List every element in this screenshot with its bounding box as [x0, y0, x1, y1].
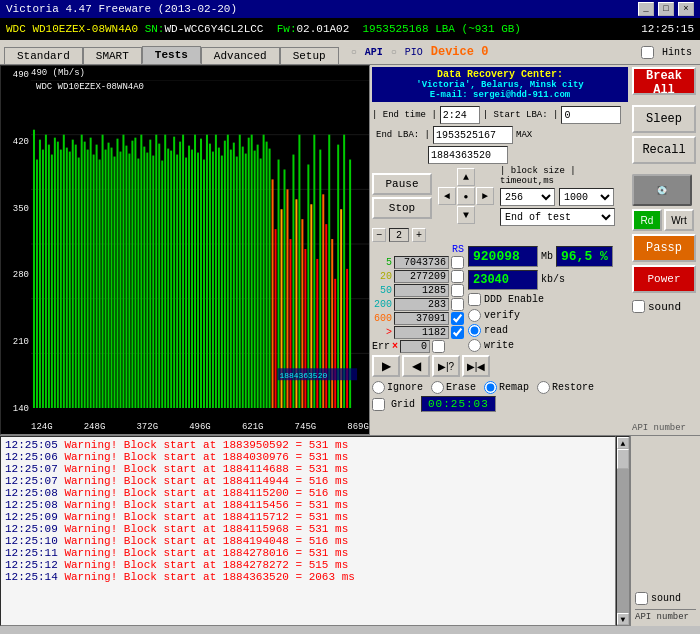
tab-smart[interactable]: SMART [83, 47, 142, 64]
log-line: 12:25:12 Warning! Block start at 1884278… [5, 559, 611, 571]
recall-button[interactable]: Recall [632, 136, 696, 164]
title-bar: Victoria 4.47 Freeware (2013-02-20) _ □ … [0, 0, 700, 18]
counter-minus-button[interactable]: − [372, 228, 386, 242]
grid-checkbox[interactable] [372, 398, 385, 411]
arrow-left[interactable]: ◄ [438, 187, 456, 205]
pause-button[interactable]: Pause [372, 173, 432, 195]
y-axis: 490 420 350 280 210 140 [1, 70, 31, 414]
tab-tests[interactable]: Tests [142, 46, 201, 64]
start-lba-input[interactable] [561, 106, 621, 124]
scroll-up-arrow[interactable]: ▲ [617, 437, 629, 449]
ddd-checkbox[interactable] [468, 293, 481, 306]
sound-checkbox[interactable] [632, 300, 645, 313]
max-label: MAX [516, 130, 532, 140]
svg-rect-60 [194, 135, 196, 408]
erase-label[interactable]: Erase [431, 381, 476, 394]
svg-rect-71 [227, 135, 229, 408]
y-label-350: 350 [1, 204, 31, 214]
timeout-select[interactable]: 1000 500 [559, 188, 614, 206]
arrow-right[interactable]: ► [476, 187, 494, 205]
drc-line2: E-mail: sergei@hdd-911.com [376, 90, 624, 100]
passp-button[interactable]: Passp [632, 234, 696, 262]
log-area[interactable]: 12:25:05 Warning! Block start at 1883950… [0, 436, 616, 626]
counter-plus-button[interactable]: + [412, 228, 426, 242]
pct-value: 96,5 % [556, 246, 613, 267]
block-size-select[interactable]: 256 512 [500, 188, 555, 206]
end-time-input[interactable] [440, 106, 480, 124]
scroll-down-arrow[interactable]: ▼ [617, 613, 629, 625]
end-lba-input[interactable] [433, 126, 513, 144]
remap-label[interactable]: Remap [484, 381, 529, 394]
tab-advanced[interactable]: Advanced [201, 47, 280, 64]
svg-rect-14 [57, 142, 59, 408]
stop-button[interactable]: Stop [372, 197, 432, 219]
api-label[interactable]: API [365, 47, 383, 58]
power-button[interactable]: Power [632, 265, 696, 293]
arrow-center[interactable]: ● [457, 187, 475, 205]
read-radio-label[interactable]: read [468, 324, 613, 337]
x-label-745g: 745G [295, 422, 317, 432]
svg-rect-15 [60, 150, 62, 408]
svg-rect-86 [272, 179, 274, 408]
svg-rect-84 [266, 142, 268, 408]
sound-label: sound [648, 301, 681, 313]
fw-label: Fw: [277, 23, 297, 35]
rs-count-600: 600 [372, 313, 392, 324]
rs-row-600: 600 37091 [372, 312, 464, 325]
rs-row-20: 20 277209 [372, 270, 464, 283]
read-radio[interactable] [468, 324, 481, 337]
scroll-thumb[interactable] [617, 449, 629, 469]
play-button[interactable]: ▶ [372, 355, 400, 377]
arrow-up[interactable]: ▲ [457, 168, 475, 186]
minimize-button[interactable]: _ [638, 2, 654, 16]
svg-rect-28 [99, 160, 101, 409]
svg-rect-107 [334, 279, 336, 408]
maximize-button[interactable]: □ [658, 2, 674, 16]
svg-rect-7 [36, 160, 38, 409]
end-lba2-input[interactable] [428, 146, 508, 164]
err-cb[interactable] [432, 340, 445, 353]
end-time-label: | End time | [372, 110, 437, 120]
skip-end-button[interactable]: ▶|◀ [462, 355, 490, 377]
rewind-button[interactable]: ◀ [402, 355, 430, 377]
right-panel: Data Recovery Center: 'Victoria', Belaru… [370, 65, 630, 435]
rs-cb-5[interactable] [451, 256, 464, 269]
ignore-radio[interactable] [372, 381, 385, 394]
log-line: 12:25:11 Warning! Block start at 1884278… [5, 547, 611, 559]
log-scrollbar[interactable]: ▲ ▼ [616, 436, 630, 626]
break-all-button[interactable]: Break All [632, 67, 696, 95]
restore-label[interactable]: Restore [537, 381, 594, 394]
step-fwd-button[interactable]: ▶|? [432, 355, 460, 377]
tab-setup[interactable]: Setup [280, 47, 339, 64]
hints-checkbox[interactable] [641, 46, 654, 59]
rd-button[interactable]: Rd [632, 209, 662, 231]
rs-cb-200[interactable] [451, 298, 464, 311]
end-of-test-select[interactable]: End of test [500, 208, 615, 226]
write-radio[interactable] [468, 339, 481, 352]
arrow-down[interactable]: ▼ [457, 206, 475, 224]
wrt-button[interactable]: Wrt [664, 209, 694, 231]
erase-radio[interactable] [431, 381, 444, 394]
rs-cb-20[interactable] [451, 270, 464, 283]
svg-rect-92 [289, 239, 291, 408]
rs-cb-600[interactable] [451, 312, 464, 325]
write-radio-label[interactable]: write [468, 339, 613, 352]
pio-label[interactable]: PIO [405, 47, 423, 58]
verify-radio[interactable] [468, 309, 481, 322]
svg-rect-42 [140, 135, 142, 408]
rs-label[interactable]: RS [372, 244, 464, 255]
rs-cb-gt[interactable] [451, 326, 464, 339]
svg-rect-16 [63, 135, 65, 408]
sleep-button[interactable]: Sleep [632, 105, 696, 133]
tab-standard[interactable]: Standard [4, 47, 83, 64]
restore-radio[interactable] [537, 381, 550, 394]
rs-cb-50[interactable] [451, 284, 464, 297]
svg-rect-68 [218, 148, 220, 408]
log-sound-checkbox[interactable] [635, 592, 648, 605]
svg-rect-70 [224, 141, 226, 408]
remap-radio[interactable] [484, 381, 497, 394]
close-button[interactable]: × [678, 2, 694, 16]
ignore-label[interactable]: Ignore [372, 381, 423, 394]
verify-radio-label[interactable]: verify [468, 309, 613, 322]
svg-rect-100 [313, 135, 315, 408]
